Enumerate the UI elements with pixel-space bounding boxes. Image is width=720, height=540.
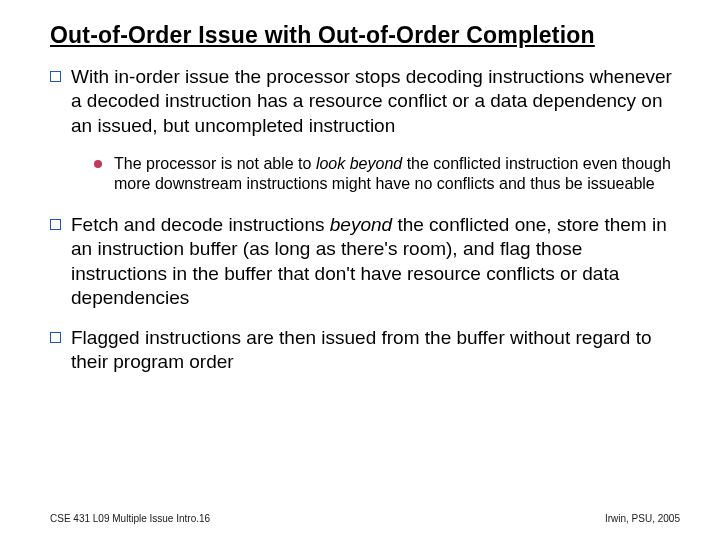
slide: Out-of-Order Issue with Out-of-Order Com… xyxy=(0,0,720,540)
bullet-3: Flagged instructions are then issued fro… xyxy=(50,326,680,375)
square-bullet-icon xyxy=(50,219,61,230)
footer: CSE 431 L09 Multiple Issue Intro.16 Irwi… xyxy=(50,513,680,524)
bullet-2-text: Fetch and decode instructions beyond the… xyxy=(71,213,680,310)
sub-bullet-1: The processor is not able to look beyond… xyxy=(94,154,680,195)
text-pre: The processor is not able to xyxy=(114,155,316,172)
bullet-1: With in-order issue the processor stops … xyxy=(50,65,680,138)
bullet-3-text: Flagged instructions are then issued fro… xyxy=(71,326,680,375)
text-em: beyond xyxy=(330,214,392,235)
dot-bullet-icon xyxy=(94,160,102,168)
bullet-2: Fetch and decode instructions beyond the… xyxy=(50,213,680,310)
text: Flagged instructions are then issued fro… xyxy=(71,327,652,372)
text-pre: Fetch and decode instructions xyxy=(71,214,330,235)
bullet-1-text: With in-order issue the processor stops … xyxy=(71,65,680,138)
square-bullet-icon xyxy=(50,332,61,343)
text-em: look beyond xyxy=(316,155,402,172)
slide-title: Out-of-Order Issue with Out-of-Order Com… xyxy=(50,22,680,49)
square-bullet-icon xyxy=(50,71,61,82)
text: With in-order issue the processor stops … xyxy=(71,66,672,136)
footer-right: Irwin, PSU, 2005 xyxy=(605,513,680,524)
footer-left: CSE 431 L09 Multiple Issue Intro.16 xyxy=(50,513,210,524)
sub-bullet-1-text: The processor is not able to look beyond… xyxy=(114,154,680,195)
